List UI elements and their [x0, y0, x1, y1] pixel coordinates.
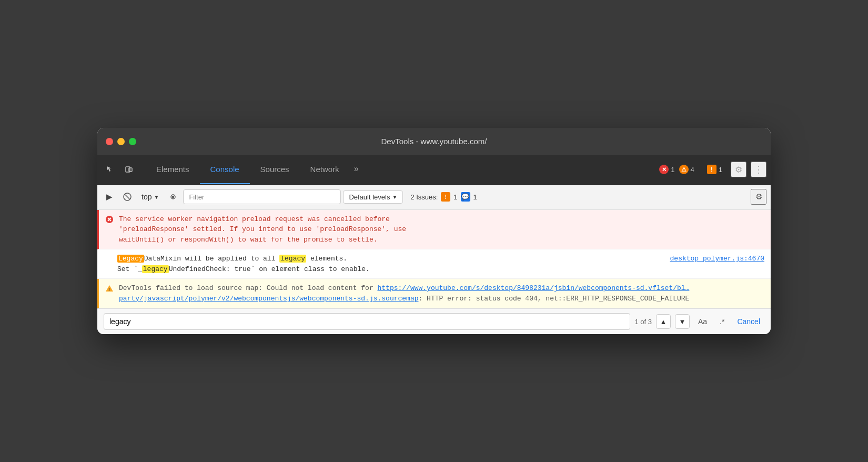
warning-icon: ⚠ — [679, 165, 689, 174]
tab-bar: Elements Console Sources Network » ✕ 1 ⚠… — [97, 155, 771, 185]
show-live-expressions-button[interactable] — [165, 189, 181, 205]
svg-line-3 — [125, 195, 129, 199]
tab-console[interactable]: Console — [200, 155, 250, 184]
search-prev-button[interactable]: ▲ — [656, 314, 671, 329]
console-toolbar: ▶ top ▼ Default levels ▼ 2 Issues: ! 1 — [97, 185, 771, 210]
issues-warning-badge: ! — [441, 192, 450, 202]
console-settings-button[interactable]: ⚙ — [751, 189, 766, 205]
legacy-highlight-yellow-2: legacy — [142, 265, 169, 273]
tab-bar-right: ✕ 1 ⚠ 4 ! 1 ⚙ ⋮ — [655, 162, 766, 177]
error-badge-button[interactable]: ✕ 1 ⚠ 4 — [655, 163, 698, 176]
search-cancel-button[interactable]: Cancel — [733, 315, 764, 328]
inspect-element-button[interactable] — [102, 161, 118, 178]
tabs: Elements Console Sources Network » — [146, 155, 363, 184]
tab-network[interactable]: Network — [300, 155, 350, 184]
issues-icon: ! — [707, 165, 716, 174]
console-error-entry: The service worker navigation preload re… — [97, 210, 771, 250]
context-selector[interactable]: top ▼ — [137, 190, 163, 203]
tab-sources[interactable]: Sources — [250, 155, 300, 184]
devtools-window: DevTools - www.youtube.com/ Elements Con — [97, 128, 771, 335]
regex-button[interactable]: .* — [715, 315, 729, 328]
console-content: The service worker navigation preload re… — [97, 210, 771, 309]
issues-info-badge: 💬 — [461, 192, 470, 202]
error-entry-text: The service worker navigation preload re… — [119, 214, 764, 245]
minimize-button[interactable] — [117, 138, 125, 145]
search-input[interactable] — [104, 313, 630, 330]
issues-badge-button[interactable]: ! 1 — [703, 163, 726, 176]
settings-button[interactable]: ⚙ — [731, 162, 746, 177]
error-entry-icon — [105, 215, 115, 225]
more-options-button[interactable]: ⋮ — [751, 162, 766, 177]
tab-elements[interactable]: Elements — [146, 155, 200, 184]
search-bar: 1 of 3 ▲ ▼ Aa .* Cancel — [97, 308, 771, 334]
warning-entry-text: DevTools failed to load source map: Coul… — [119, 283, 764, 304]
console-warning-entry: ! DevTools failed to load source map: Co… — [97, 279, 771, 308]
chevron-down-icon: ▼ — [392, 194, 397, 200]
search-count: 1 of 3 — [634, 318, 652, 326]
run-script-button[interactable]: ▶ — [102, 189, 117, 205]
chevron-down-icon: ▼ — [154, 194, 159, 200]
warning-entry-icon: ! — [105, 284, 115, 294]
svg-text:!: ! — [108, 287, 110, 293]
traffic-lights — [106, 138, 136, 145]
default-levels-button[interactable]: Default levels ▼ — [343, 190, 403, 204]
svg-rect-1 — [129, 168, 132, 172]
svg-point-5 — [173, 196, 174, 198]
filter-input[interactable] — [183, 189, 341, 204]
issues-button[interactable]: 2 Issues: ! 1 💬 1 — [405, 190, 482, 204]
match-case-button[interactable]: Aa — [694, 315, 711, 328]
legacy-highlight-yellow-1: legacy — [279, 255, 306, 263]
console-info-entry: LegacyDataMixin will be applied to all l… — [97, 249, 771, 279]
close-button[interactable] — [106, 138, 113, 145]
window-title: DevTools - www.youtube.com/ — [381, 137, 487, 146]
legacy-highlight-orange: Legacy — [117, 255, 144, 263]
toolbar-left — [102, 161, 137, 178]
info-entry-text: LegacyDataMixin will be applied to all l… — [117, 254, 662, 274]
search-next-button[interactable]: ▼ — [675, 314, 690, 329]
error-icon: ✕ — [659, 165, 669, 174]
tab-more-button[interactable]: » — [350, 155, 363, 184]
clear-console-button[interactable] — [119, 189, 135, 205]
info-entry-source[interactable]: desktop_polymer.js:4670 — [670, 255, 764, 263]
title-bar: DevTools - www.youtube.com/ — [97, 128, 771, 155]
device-toolbar-button[interactable] — [120, 161, 137, 178]
maximize-button[interactable] — [129, 138, 136, 145]
